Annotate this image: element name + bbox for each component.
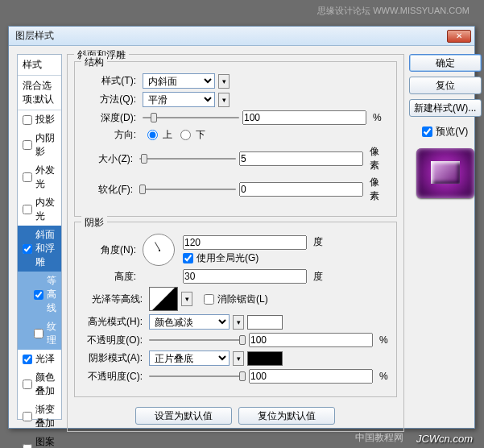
- angle-label: 角度(N):: [83, 243, 139, 257]
- method-label: 方法(Q):: [83, 93, 139, 106]
- size-slider[interactable]: [139, 151, 236, 166]
- style-select[interactable]: 内斜面: [143, 73, 215, 89]
- highlight-color-swatch[interactable]: [247, 315, 283, 330]
- depth-slider[interactable]: [143, 110, 239, 125]
- checkbox[interactable]: [34, 329, 43, 338]
- sidebar-item-label: 颜色叠加: [35, 371, 56, 398]
- angle-dial[interactable]: [143, 234, 175, 266]
- bevel-group: 斜面和浮雕 结构 样式(T): 内斜面 ▾ 方法(Q): 平滑 ▾ 深度(D):: [67, 54, 404, 432]
- highlight-mode-select[interactable]: 颜色减淡: [149, 314, 230, 330]
- shadow-color-swatch[interactable]: [247, 351, 283, 366]
- checkbox-label: 使用全局光(G): [196, 251, 259, 265]
- sidebar-item-innershadow[interactable]: 内阴影: [18, 129, 61, 161]
- set-default-button[interactable]: 设置为默认值: [135, 407, 232, 425]
- checkbox[interactable]: [23, 140, 32, 150]
- shadow-opacity-slider[interactable]: [149, 369, 246, 384]
- sidebar-item-dropshadow[interactable]: 投影: [18, 110, 61, 129]
- group-subtitle: 阴影: [81, 216, 107, 230]
- checkbox-label: 消除锯齿(L): [217, 292, 268, 306]
- preview-thumbnail: [416, 148, 474, 198]
- unit: 像素: [370, 145, 388, 172]
- sidebar-item-contour[interactable]: 等高线: [18, 272, 61, 317]
- gloss-contour-label: 光泽等高线:: [83, 292, 146, 306]
- highlight-opacity-slider[interactable]: [149, 333, 246, 347]
- checkbox[interactable]: [23, 444, 32, 448]
- watermark-top: 思缘设计论坛 WWW.MISSYUAN.COM: [317, 5, 470, 17]
- sidebar-item-label: 斜面和浮雕: [35, 228, 56, 269]
- sidebar-item-label: 内发光: [35, 196, 56, 223]
- sidebar-item-innerglow[interactable]: 内发光: [18, 193, 61, 226]
- unit: %: [379, 334, 388, 346]
- chevron-down-icon[interactable]: ▾: [181, 292, 192, 306]
- sidebar-item-label: 外发光: [35, 164, 56, 191]
- unit: %: [379, 371, 388, 382]
- soften-input[interactable]: [239, 182, 363, 197]
- depth-label: 深度(D):: [83, 111, 139, 125]
- ok-button[interactable]: 确定: [409, 54, 482, 72]
- sidebar-item-label: 内阴影: [35, 131, 56, 159]
- highlight-opacity-input[interactable]: [249, 333, 373, 347]
- shadow-mode-select[interactable]: 正片叠底: [149, 351, 230, 366]
- size-label: 大小(Z):: [83, 152, 136, 166]
- chevron-down-icon[interactable]: ▾: [233, 351, 244, 366]
- structure-group: 结构 样式(T): 内斜面 ▾ 方法(Q): 平滑 ▾ 深度(D): % 方向:: [74, 61, 397, 217]
- sidebar-item-label: 等高线: [47, 274, 56, 315]
- sidebar-item-label: 图案叠加: [35, 435, 56, 448]
- shadow-opacity-input[interactable]: [249, 369, 373, 384]
- altitude-input[interactable]: [183, 269, 307, 284]
- chevron-down-icon[interactable]: ▾: [218, 93, 230, 107]
- style-label: 样式(T):: [83, 74, 139, 88]
- sidebar-blend-options[interactable]: 混合选项:默认: [18, 76, 61, 110]
- sidebar-item-label: 投影: [35, 113, 55, 127]
- sidebar-item-texture[interactable]: 纹理: [18, 317, 61, 350]
- checkbox-label: 预览(V): [436, 125, 468, 139]
- shading-group: 阴影 角度(N): 度 使用全局光(G) 高度: 度 光泽等高线:: [74, 222, 397, 397]
- reset-button[interactable]: 复位: [409, 77, 482, 94]
- chevron-down-icon[interactable]: ▾: [233, 315, 244, 330]
- checkbox[interactable]: [34, 290, 43, 300]
- size-input[interactable]: [239, 151, 363, 166]
- new-style-button[interactable]: 新建样式(W)...: [409, 99, 482, 117]
- direction-down-radio[interactable]: [180, 130, 191, 140]
- direction-label: 方向:: [83, 128, 139, 142]
- sidebar-item-bevel[interactable]: 斜面和浮雕: [18, 226, 61, 272]
- sidebar-item-coloroverlay[interactable]: 颜色叠加: [18, 368, 61, 400]
- close-button[interactable]: ✕: [447, 30, 471, 43]
- dialog-title: 图层样式: [12, 29, 54, 43]
- gloss-contour-swatch[interactable]: [149, 287, 178, 311]
- preview-checkbox[interactable]: [422, 127, 432, 137]
- sidebar-item-label: 光泽: [35, 352, 55, 366]
- settings-panel: 斜面和浮雕 结构 样式(T): 内斜面 ▾ 方法(Q): 平滑 ▾ 深度(D):: [67, 54, 404, 420]
- sidebar-item-patternoverlay[interactable]: 图案叠加: [18, 433, 61, 448]
- watermark-bottom-cn: 中国教程网: [355, 431, 403, 445]
- checkbox[interactable]: [23, 205, 32, 214]
- checkbox[interactable]: [23, 355, 32, 364]
- sidebar-header-styles[interactable]: 样式: [18, 55, 61, 76]
- sidebar-item-satin[interactable]: 光泽: [18, 350, 61, 368]
- reset-default-button[interactable]: 复位为默认值: [238, 407, 335, 425]
- checkbox[interactable]: [23, 244, 32, 254]
- layer-style-dialog: 图层样式 ✕ 样式 混合选项:默认 投影 内阴影 外发光 内发光 斜面和浮雕 等…: [8, 26, 475, 429]
- sidebar-item-gradientoverlay[interactable]: 渐变叠加: [18, 400, 61, 433]
- shadow-opacity-label: 不透明度(C):: [83, 370, 146, 384]
- soften-slider[interactable]: [139, 182, 236, 197]
- watermark-bottom: JCWcn.com: [416, 433, 473, 445]
- chevron-down-icon[interactable]: ▾: [218, 74, 230, 89]
- method-select[interactable]: 平滑: [143, 92, 215, 107]
- angle-input[interactable]: [183, 235, 307, 250]
- radio-label: 上: [163, 128, 172, 142]
- checkbox[interactable]: [23, 380, 32, 389]
- titlebar: 图层样式 ✕: [9, 27, 474, 46]
- checkbox[interactable]: [23, 412, 32, 421]
- unit: %: [373, 112, 382, 123]
- global-light-checkbox[interactable]: [183, 253, 193, 263]
- highlight-opacity-label: 不透明度(O):: [83, 334, 146, 347]
- direction-up-radio[interactable]: [147, 130, 158, 140]
- antialias-checkbox[interactable]: [204, 294, 214, 305]
- checkbox[interactable]: [23, 115, 32, 125]
- depth-input[interactable]: [242, 110, 366, 125]
- shadow-mode-label: 阴影模式(A):: [83, 351, 146, 365]
- sidebar-item-outerglow[interactable]: 外发光: [18, 161, 61, 193]
- unit: 像素: [370, 176, 388, 203]
- checkbox[interactable]: [23, 172, 32, 182]
